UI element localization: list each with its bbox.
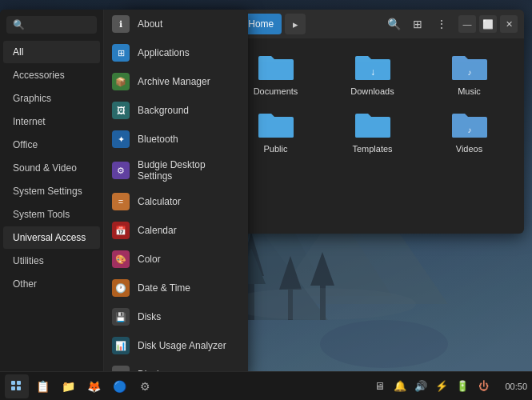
taskbar-files-button[interactable]: 📁 <box>56 374 80 398</box>
taskbar-settings-button[interactable]: ⚙ <box>133 374 157 398</box>
app-item-date-and-time[interactable]: 🕐 Date & Time <box>104 274 248 302</box>
app-icon: 📦 <box>112 73 130 90</box>
folder-icon: ♪ <box>450 51 489 83</box>
maximize-button[interactable]: ⬜ <box>479 15 497 33</box>
folder-icon <box>257 51 295 83</box>
category-item-internet[interactable]: Internet <box>3 110 100 133</box>
minimize-button[interactable]: — <box>458 15 476 33</box>
search-button[interactable]: 🔍 <box>383 14 404 34</box>
tray-screen-icon[interactable]: 🖥 <box>370 378 388 395</box>
view-toggle-button[interactable]: ⊞ <box>407 14 428 34</box>
folder-icon: ↓ <box>354 51 392 83</box>
category-list: AllAccessoriesGraphicsInternetOfficeSoun… <box>0 40 103 378</box>
home-label: Home <box>248 18 274 30</box>
app-item-calendar[interactable]: 📅 Calendar <box>104 216 248 245</box>
svg-point-12 <box>320 320 448 368</box>
app-label: Background <box>138 105 189 116</box>
taskbar-nemo-button[interactable]: 📋 <box>30 374 54 398</box>
svg-text:♪: ♪ <box>467 126 471 134</box>
app-icon: ✦ <box>112 130 130 148</box>
category-item-sound-&-video[interactable]: Sound & Video <box>3 157 100 179</box>
app-item-about[interactable]: ℹ About <box>104 10 248 38</box>
apps-menu-button[interactable] <box>5 374 29 398</box>
folder-label: Downloads <box>350 86 394 96</box>
svg-rect-18 <box>11 381 15 385</box>
tray-battery-icon[interactable]: 🔋 <box>454 378 471 395</box>
category-item-all[interactable]: All <box>3 41 100 63</box>
app-label: Date & Time <box>138 282 190 294</box>
folder-icon <box>257 109 295 141</box>
folder-label: Videos <box>456 144 482 154</box>
search-input[interactable] <box>30 19 90 30</box>
taskbar-firefox-button[interactable]: 🦊 <box>82 374 106 398</box>
svg-rect-21 <box>17 386 21 390</box>
svg-rect-19 <box>17 381 21 385</box>
system-tray: 🖥 🔔 🔊 ⚡ 🔋 ⏻ 00:50 <box>370 378 527 395</box>
categories-panel: 🔍 AllAccessoriesGraphicsInternetOfficeSo… <box>0 10 104 378</box>
app-label: Disks <box>138 311 161 322</box>
category-item-universal-access[interactable]: Universal Access <box>3 226 100 249</box>
app-icon: 💾 <box>112 308 130 326</box>
app-label: Budgie Desktop Settings <box>138 159 240 182</box>
close-button[interactable]: ✕ <box>500 15 518 33</box>
app-item-color[interactable]: 🎨 Color <box>104 245 248 274</box>
folder-item-downloads[interactable]: ↓ Downloads <box>327 48 418 99</box>
taskbar: 📋 📁 🦊 🔵 ⚙ 🖥 🔔 🔊 ⚡ 🔋 ⏻ 00:50 <box>0 371 532 400</box>
category-item-graphics[interactable]: Graphics <box>3 87 100 110</box>
nav-next-button[interactable]: ▸ <box>285 14 306 34</box>
category-item-accessories[interactable]: Accessories <box>3 64 100 86</box>
app-icon: 📅 <box>112 222 130 239</box>
tray-power-icon[interactable]: ⏻ <box>474 378 492 395</box>
app-item-bluetooth[interactable]: ✦ Bluetooth <box>104 125 248 154</box>
folder-icon <box>354 109 392 141</box>
category-item-system-tools[interactable]: System Tools <box>3 203 100 226</box>
search-bar[interactable]: 🔍 <box>6 16 97 34</box>
app-item-disks[interactable]: 💾 Disks <box>104 302 248 331</box>
app-label: Color <box>138 254 161 265</box>
app-item-disk-usage-analyzer[interactable]: 📊 Disk Usage Analyzer <box>104 331 248 360</box>
app-icon: ⊞ <box>112 44 130 62</box>
folder-item-music[interactable]: ♪ Music <box>424 48 514 99</box>
svg-text:↓: ↓ <box>370 66 375 78</box>
search-icon: 🔍 <box>13 19 25 30</box>
app-item-applications[interactable]: ⊞ Applications <box>104 38 248 67</box>
folder-label: Documents <box>254 86 298 96</box>
tray-volume-icon[interactable]: 🔊 <box>412 378 430 395</box>
menu-button[interactable]: ⋮ <box>431 14 452 34</box>
category-item-system-settings[interactable]: System Settings <box>3 180 100 202</box>
app-icon: ⚙ <box>112 162 130 179</box>
app-label: Disk Usage Analyzer <box>138 340 226 351</box>
folder-label: Public <box>264 144 288 154</box>
system-clock: 00:50 <box>495 382 527 391</box>
category-item-other[interactable]: Other <box>3 273 100 295</box>
app-item-archive-manager[interactable]: 📦 Archive Manager <box>104 67 248 96</box>
window-controls: — ⬜ ✕ <box>458 15 518 33</box>
svg-rect-20 <box>11 386 15 390</box>
category-item-utilities[interactable]: Utilities <box>3 250 100 272</box>
tray-network-icon[interactable]: ⚡ <box>433 378 450 395</box>
svg-text:♪: ♪ <box>467 68 471 77</box>
app-icon: 🖼 <box>112 102 130 119</box>
svg-point-13 <box>224 288 416 320</box>
app-label: Calendar <box>138 225 177 236</box>
folder-item-templates[interactable]: Templates <box>327 106 418 157</box>
app-icon: 🕐 <box>112 279 130 297</box>
app-item-calculator[interactable]: = Calculator <box>104 187 248 216</box>
app-icon: 🎨 <box>112 250 130 268</box>
apps-panel: ℹ About ⊞ Applications 📦 Archive Manager… <box>104 10 248 378</box>
app-label: Applications <box>138 47 190 58</box>
category-item-office[interactable]: Office <box>3 134 100 156</box>
folder-icon: ♪ <box>450 109 489 141</box>
app-label: Calculator <box>138 196 181 207</box>
tray-notification-icon[interactable]: 🔔 <box>391 378 409 395</box>
app-icon: = <box>112 193 130 210</box>
app-launcher: 🔍 AllAccessoriesGraphicsInternetOfficeSo… <box>0 10 248 378</box>
app-item-budgie-desktop-settings[interactable]: ⚙ Budgie Desktop Settings <box>104 154 248 187</box>
app-icon: 📊 <box>112 337 130 354</box>
app-label: Archive Manager <box>138 76 210 87</box>
folder-label: Music <box>458 86 481 96</box>
app-icon: ℹ <box>112 15 130 33</box>
taskbar-app4-button[interactable]: 🔵 <box>107 374 131 398</box>
folder-item-videos[interactable]: ♪ Videos <box>424 106 514 157</box>
app-item-background[interactable]: 🖼 Background <box>104 96 248 125</box>
